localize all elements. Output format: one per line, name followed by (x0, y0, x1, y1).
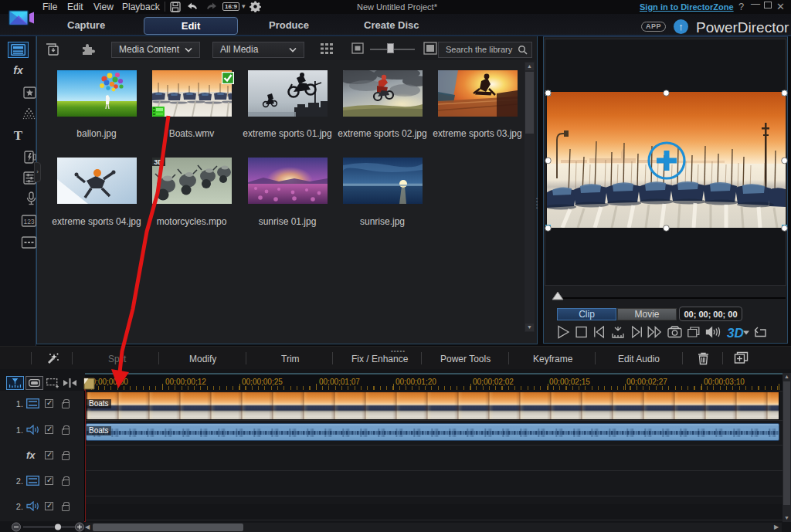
svg-text:123: 123 (23, 218, 34, 225)
svg-text:3D: 3D (727, 326, 744, 341)
svg-text:3D: 3D (154, 158, 163, 166)
